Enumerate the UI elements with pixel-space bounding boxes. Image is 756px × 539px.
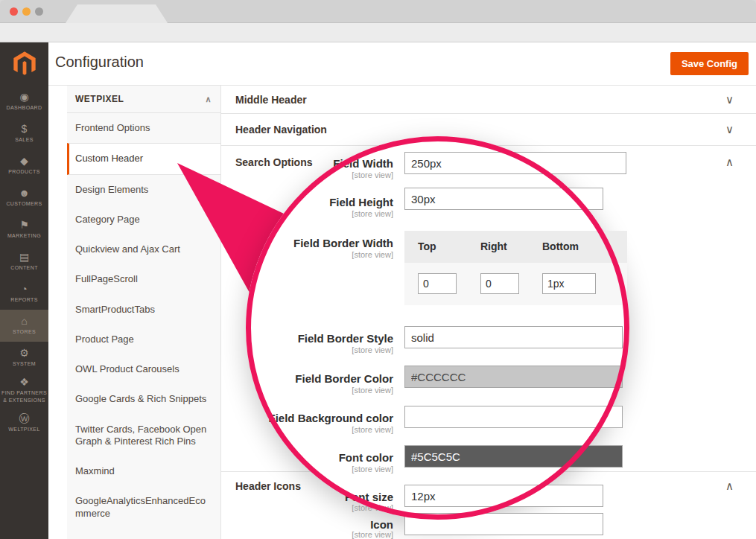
config-nav-item-fullpagescroll[interactable]: FullPageScroll bbox=[67, 264, 220, 294]
window-maximize-button[interactable] bbox=[35, 7, 43, 16]
config-nav-group-title: WETPIXEL bbox=[75, 94, 124, 104]
sidebar-item-label: STORES bbox=[13, 328, 36, 336]
sidebar-item-label: PRODUCTS bbox=[8, 168, 39, 176]
sidebar-item-weltpixel[interactable]: Ⓦ WELTPIXEL bbox=[0, 407, 48, 439]
icon-input[interactable] bbox=[404, 513, 603, 535]
field-border-color-input[interactable] bbox=[404, 366, 623, 388]
section-header-navigation[interactable]: Header Navigation ∨ bbox=[221, 114, 756, 146]
sidebar-item-label: FIND PARTNERS & EXTENSIONS bbox=[1, 389, 47, 404]
sidebar-item-label: MARKETING bbox=[7, 232, 41, 240]
config-nav-panel: WETPIXEL ∧ Frontend Options Custom Heade… bbox=[48, 86, 221, 539]
border-right-input[interactable] bbox=[480, 273, 519, 294]
font-color-input[interactable] bbox=[404, 445, 623, 468]
browser-titlebar bbox=[0, 0, 756, 23]
magento-logo[interactable] bbox=[0, 42, 48, 86]
field-height-input[interactable] bbox=[404, 188, 603, 210]
save-config-button[interactable]: Save Config bbox=[670, 52, 749, 75]
dashboard-icon: ◉ bbox=[19, 92, 28, 102]
extensions-icon: ❖ bbox=[19, 377, 29, 387]
config-nav-item-maxmind[interactable]: Maxmind bbox=[67, 456, 220, 486]
sidebar-item-label: CONTENT bbox=[10, 264, 38, 272]
section-title: Header Navigation bbox=[235, 124, 327, 135]
section-middle-header[interactable]: Middle Header ∨ bbox=[221, 86, 756, 114]
sidebar-item-label: DASHBOARD bbox=[7, 104, 42, 112]
font-size-input[interactable] bbox=[404, 485, 603, 507]
config-nav-item-custom-header[interactable]: Custom Header bbox=[67, 143, 220, 174]
sidebar-item-find-partners[interactable]: ❖ FIND PARTNERS & EXTENSIONS bbox=[0, 374, 48, 407]
sidebar-item-content[interactable]: ▤ CONTENT bbox=[0, 246, 48, 278]
config-nav-item-frontend-options[interactable]: Frontend Options bbox=[67, 113, 220, 143]
field-border-style-input[interactable] bbox=[404, 326, 623, 348]
marketing-icon: ⚑ bbox=[19, 220, 29, 230]
sidebar-item-label: REPORTS bbox=[10, 296, 38, 304]
window-minimize-button[interactable] bbox=[22, 7, 31, 16]
config-nav-item-smartproducttabs[interactable]: SmartProductTabs bbox=[67, 295, 220, 325]
sidebar-item-customers[interactable]: ☻ CUSTOMERS bbox=[0, 182, 48, 214]
page-title: Configuration bbox=[55, 54, 144, 71]
sidebar-item-dashboard[interactable]: ◉ DASHBOARD bbox=[0, 86, 48, 118]
section-title: Search Options bbox=[235, 156, 312, 168]
chevron-up-icon[interactable]: ∧ bbox=[725, 156, 734, 169]
sidebar-item-products[interactable]: ◆ PRODUCTS bbox=[0, 150, 48, 182]
config-nav-item-category-page[interactable]: Category Page bbox=[67, 205, 220, 235]
sidebar-item-marketing[interactable]: ⚑ MARKETING bbox=[0, 214, 48, 246]
config-nav-item-product-page[interactable]: Product Page bbox=[67, 325, 220, 354]
admin-sidebar: ◉ DASHBOARD $ SALES ◆ PRODUCTS ☻ CUSTOME… bbox=[0, 42, 48, 539]
border-bottom-input[interactable] bbox=[542, 273, 596, 294]
section-title: Middle Header bbox=[235, 94, 307, 106]
config-nav-item-google-analytics[interactable]: GoogleAnalyticsEnhancedEcommerce bbox=[67, 486, 220, 529]
browser-tab[interactable] bbox=[66, 4, 168, 23]
sidebar-item-reports[interactable]: ◔ REPORTS bbox=[0, 278, 48, 310]
browser-toolbar bbox=[0, 23, 756, 42]
chevron-down-icon[interactable]: ∨ bbox=[725, 123, 734, 136]
reports-icon: ◔ bbox=[21, 284, 27, 294]
sidebar-item-label: SYSTEM bbox=[13, 360, 36, 368]
config-nav-item-quickview[interactable]: Quickview and Ajax Cart bbox=[67, 235, 220, 264]
chevron-down-icon[interactable]: ∨ bbox=[725, 93, 734, 106]
field-background-color-input[interactable] bbox=[404, 406, 623, 428]
sidebar-item-system[interactable]: ⚙ SYSTEM bbox=[0, 342, 48, 374]
field-width-input[interactable] bbox=[404, 152, 626, 174]
config-nav-group-weltpixel[interactable]: WETPIXEL ∧ bbox=[67, 86, 220, 113]
system-icon: ⚙ bbox=[19, 348, 29, 358]
chevron-up-icon: ∧ bbox=[205, 95, 212, 104]
border-top-input[interactable] bbox=[418, 273, 457, 294]
config-nav-item-owl-carousels[interactable]: OWL Product Carousels bbox=[67, 354, 220, 384]
products-icon: ◆ bbox=[20, 156, 28, 166]
customers-icon: ☻ bbox=[19, 188, 30, 198]
section-title: Header Icons bbox=[235, 480, 301, 492]
sidebar-item-label: WELTPIXEL bbox=[8, 426, 39, 433]
config-nav-item-twitter-cards[interactable]: Twitter Cards, Facebook Open Graph & Pin… bbox=[67, 415, 220, 457]
sidebar-item-label: CUSTOMERS bbox=[6, 200, 42, 208]
page-header: Configuration Save Config bbox=[48, 42, 756, 86]
sidebar-item-stores[interactable]: ⌂ STORES bbox=[0, 310, 48, 342]
sidebar-item-sales[interactable]: $ SALES bbox=[0, 118, 48, 150]
sidebar-item-label: SALES bbox=[15, 136, 34, 144]
config-nav-list: WETPIXEL ∧ Frontend Options Custom Heade… bbox=[67, 86, 220, 539]
chevron-up-icon[interactable]: ∧ bbox=[725, 479, 734, 493]
window-close-button[interactable] bbox=[10, 7, 18, 16]
weltpixel-icon: Ⓦ bbox=[19, 413, 30, 424]
stores-icon: ⌂ bbox=[21, 316, 27, 326]
admin-menu: ◉ DASHBOARD $ SALES ◆ PRODUCTS ☻ CUSTOME… bbox=[0, 86, 48, 439]
config-nav-item-google-cards[interactable]: Google Cards & Rich Snippets bbox=[67, 384, 220, 414]
config-nav-item-design-elements[interactable]: Design Elements bbox=[67, 175, 220, 205]
sales-icon: $ bbox=[22, 124, 28, 134]
content-icon: ▤ bbox=[19, 252, 29, 262]
magento-logo-icon bbox=[13, 51, 36, 77]
